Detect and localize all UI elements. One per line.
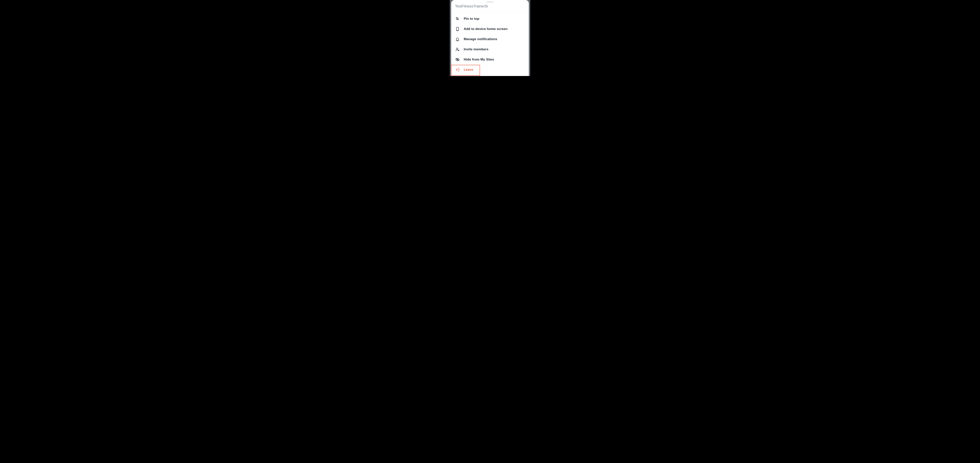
menu-item-hide-from-my-sites[interactable]: Hide from My Sites <box>451 54 529 65</box>
menu-item-label: Add to device home screen <box>464 27 508 31</box>
menu-item-add-home-screen[interactable]: Add to device home screen <box>451 24 529 34</box>
menu-item-leave[interactable]: Leave <box>451 65 529 75</box>
drag-handle[interactable] <box>487 2 493 2</box>
sheet-header: TestFitnessTrainerSi <box>451 3 529 12</box>
menu-item-manage-notifications[interactable]: Manage notifications <box>451 34 529 44</box>
eye-off-icon <box>455 57 460 62</box>
menu-item-invite-members[interactable]: Invite members <box>451 44 529 54</box>
bell-icon <box>455 37 460 41</box>
menu-item-pin-to-top[interactable]: Pin to top <box>451 14 529 24</box>
pin-icon <box>455 16 460 21</box>
svg-point-2 <box>457 48 458 49</box>
menu-item-label: Invite members <box>464 48 488 51</box>
person-plus-icon <box>455 47 460 52</box>
sheet-title: TestFitnessTrainerSi <box>455 4 525 8</box>
menu-item-label: Hide from My Sites <box>464 57 494 62</box>
phone-frame: TestFitnessTrainerSi Pin to top <box>450 0 530 76</box>
menu-list: Pin to top Add to device home screen <box>451 12 529 75</box>
action-sheet: TestFitnessTrainerSi Pin to top <box>451 0 529 76</box>
menu-item-label: Leave <box>464 68 473 72</box>
leave-icon <box>455 67 460 72</box>
phone-icon <box>455 27 460 31</box>
menu-item-label: Manage notifications <box>464 37 497 41</box>
menu-item-label: Pin to top <box>464 17 479 21</box>
